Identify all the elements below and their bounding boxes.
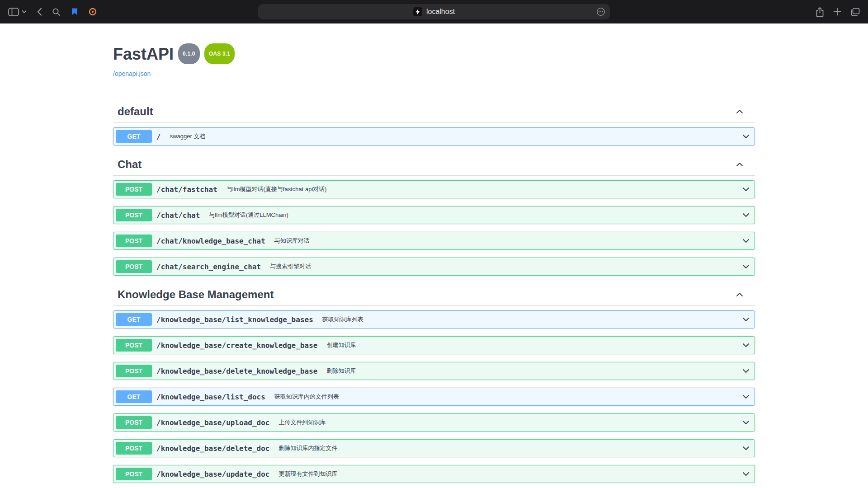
method-badge: POST	[116, 235, 152, 247]
url-text: localhost	[426, 8, 455, 16]
expand-operation-icon[interactable]	[741, 262, 752, 271]
version-badge: 0.1.0	[178, 43, 200, 64]
expand-operation-icon[interactable]	[741, 236, 752, 245]
section-header[interactable]: Knowledge Base Management	[113, 283, 755, 306]
operation-row[interactable]: POST/knowledge_base/create_knowledge_bas…	[113, 336, 755, 354]
expand-operation-icon[interactable]	[741, 469, 752, 479]
operation-description: 更新现有文件到知识库	[274, 470, 741, 478]
operation-row[interactable]: POST/knowledge_base/upload_doc上传文件到知识库	[113, 413, 755, 432]
share-icon[interactable]	[816, 7, 824, 17]
oas-badge: OAS 3.1	[204, 43, 235, 64]
expand-operation-icon[interactable]	[741, 211, 752, 220]
operation-row[interactable]: GET/swagger 文档	[113, 127, 755, 145]
api-section: ChatPOST/chat/fastchat与llm模型对话(直接与fastch…	[113, 153, 755, 276]
collapse-section-icon[interactable]	[735, 160, 746, 169]
new-tab-icon[interactable]	[833, 8, 841, 16]
operation-row[interactable]: POST/knowledge_base/delete_knowledge_bas…	[113, 362, 755, 380]
expand-operation-icon[interactable]	[741, 341, 752, 350]
section-title: Chat	[118, 158, 735, 171]
operation-description: 上传文件到知识库	[274, 418, 741, 427]
expand-operation-icon[interactable]	[741, 392, 752, 401]
page-settings-icon[interactable]	[596, 7, 606, 17]
operation-row[interactable]: POST/knowledge_base/update_doc更新现有文件到知识库	[113, 465, 755, 483]
api-section: defaultGET/swagger 文档	[113, 100, 755, 145]
operation-path: /knowledge_base/list_docs	[152, 393, 270, 401]
section-title: Knowledge Base Management	[118, 288, 735, 301]
collapse-section-icon[interactable]	[735, 107, 746, 116]
method-badge: GET	[116, 313, 152, 326]
search-icon[interactable]	[52, 8, 61, 16]
operation-row[interactable]: POST/chat/chat与llm模型对话(通过LLMChain)	[113, 206, 755, 224]
section-header[interactable]: Chat	[113, 153, 755, 176]
api-sections: defaultGET/swagger 文档ChatPOST/chat/fastc…	[113, 100, 755, 488]
expand-operation-icon[interactable]	[741, 444, 752, 453]
operations-list: GET/swagger 文档	[113, 127, 755, 145]
operation-path: /chat/fastchat	[152, 185, 222, 194]
method-badge: POST	[116, 442, 152, 455]
method-badge: POST	[116, 183, 152, 196]
openapi-spec-link[interactable]: /openapi.json	[113, 70, 151, 77]
method-badge: POST	[116, 365, 152, 377]
operation-path: /chat/knowledge_base_chat	[152, 237, 270, 245]
operation-path: /knowledge_base/upload_doc	[152, 418, 274, 427]
operations-list: GET/knowledge_base/list_knowledge_bases获…	[113, 310, 755, 488]
browser-toolbar: localhost	[0, 0, 868, 23]
expand-operation-icon[interactable]	[741, 132, 752, 141]
site-favicon	[413, 7, 422, 16]
url-bar[interactable]: localhost	[258, 4, 610, 19]
expand-operation-icon[interactable]	[741, 366, 752, 375]
operation-description: 删除知识库	[322, 367, 741, 375]
operation-path: /chat/search_engine_chat	[152, 263, 265, 271]
method-badge: POST	[116, 209, 152, 221]
expand-operation-icon[interactable]	[741, 315, 752, 324]
operation-path: /knowledge_base/create_knowledge_base	[152, 341, 322, 350]
section-title: default	[118, 105, 735, 118]
method-badge: POST	[116, 260, 152, 273]
api-info: FastAPI0.1.0OAS 3.1 /openapi.json	[113, 45, 755, 78]
sidebar-toggle-icon[interactable]	[8, 8, 19, 16]
orange-extension-icon[interactable]	[89, 8, 97, 16]
operations-list: POST/chat/fastchat与llm模型对话(直接与fastchat a…	[113, 180, 755, 276]
section-header[interactable]: default	[113, 100, 755, 123]
api-title-text: FastAPI	[113, 45, 174, 63]
blue-extension-icon[interactable]	[71, 8, 79, 16]
operation-row[interactable]: POST/chat/knowledge_base_chat与知识库对话	[113, 232, 755, 250]
expand-operation-icon[interactable]	[741, 185, 752, 194]
operation-description: 创建知识库	[322, 341, 741, 349]
method-badge: POST	[116, 468, 152, 480]
api-section: Knowledge Base ManagementGET/knowledge_b…	[113, 283, 755, 488]
operation-row[interactable]: POST/chat/search_engine_chat与搜索引擎对话	[113, 258, 755, 276]
operation-description: swagger 文档	[165, 132, 741, 141]
operation-description: 获取知识库内的文件列表	[270, 393, 741, 401]
collapse-section-icon[interactable]	[735, 290, 746, 299]
operation-row[interactable]: GET/knowledge_base/list_docs获取知识库内的文件列表	[113, 388, 755, 406]
operation-path: /knowledge_base/list_knowledge_bases	[152, 315, 318, 324]
expand-operation-icon[interactable]	[741, 418, 752, 427]
operation-path: /chat/chat	[152, 211, 204, 220]
operation-path: /knowledge_base/delete_knowledge_base	[152, 367, 322, 375]
operation-description: 与llm模型对话(通过LLMChain)	[204, 211, 741, 219]
method-badge: GET	[116, 390, 152, 403]
operation-row[interactable]: GET/knowledge_base/list_knowledge_bases获…	[113, 310, 755, 328]
method-badge: POST	[116, 339, 152, 352]
method-badge: POST	[116, 416, 152, 429]
operation-description: 删除知识库内指定文件	[274, 444, 741, 452]
operation-row[interactable]: POST/chat/fastchat与llm模型对话(直接与fastchat a…	[113, 180, 755, 198]
operation-description: 与知识库对话	[270, 237, 741, 245]
operation-description: 与llm模型对话(直接与fastchat api对话)	[222, 185, 741, 193]
swagger-page: FastAPI0.1.0OAS 3.1 /openapi.json defaul…	[0, 23, 868, 488]
tab-overview-icon[interactable]	[850, 8, 860, 16]
operation-description: 获取知识库列表	[318, 315, 741, 324]
operation-row[interactable]: POST/knowledge_base/delete_doc删除知识库内指定文件	[113, 439, 755, 457]
operation-path: /knowledge_base/delete_doc	[152, 444, 274, 453]
chevron-down-icon[interactable]	[22, 10, 27, 14]
method-badge: GET	[116, 130, 152, 143]
operation-path: /knowledge_base/update_doc	[152, 470, 274, 479]
operation-description: 与搜索引擎对话	[265, 263, 741, 271]
back-icon[interactable]	[37, 7, 42, 16]
page-title: FastAPI0.1.0OAS 3.1	[113, 45, 755, 68]
operation-path: /	[152, 132, 165, 141]
